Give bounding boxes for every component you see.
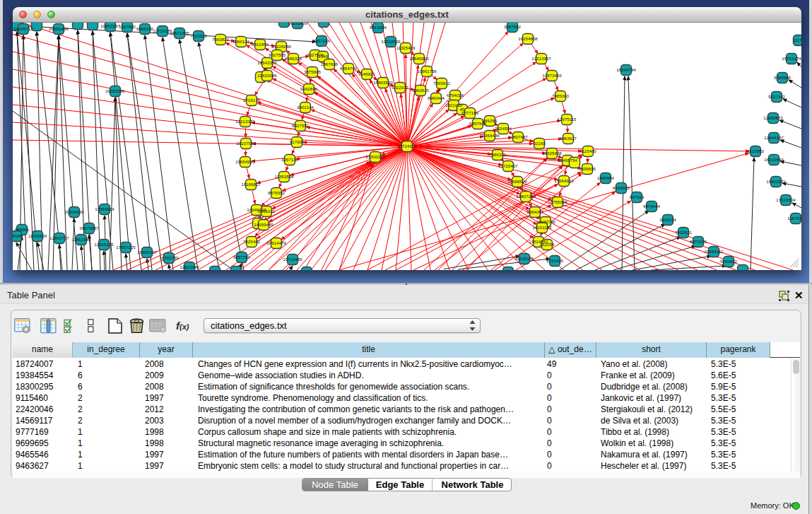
svg-text:11172: 11172: [793, 37, 801, 42]
